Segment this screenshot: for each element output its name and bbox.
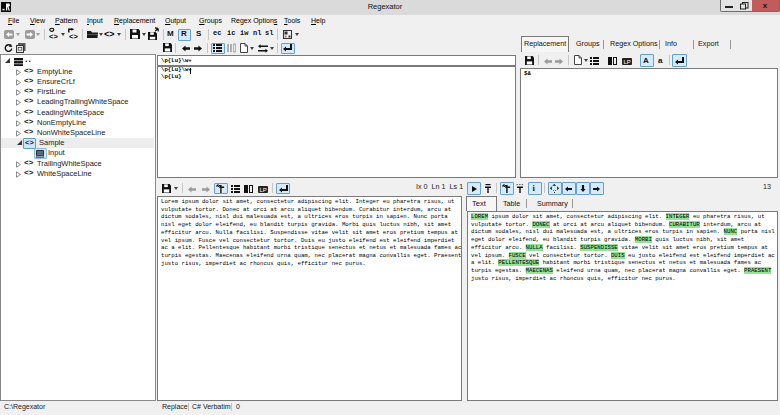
svg-text:<>: <> xyxy=(49,32,58,41)
svg-text:LP: LP xyxy=(260,187,267,193)
svg-text:<>: <> xyxy=(69,32,78,41)
svg-text:LP: LP xyxy=(624,59,631,65)
